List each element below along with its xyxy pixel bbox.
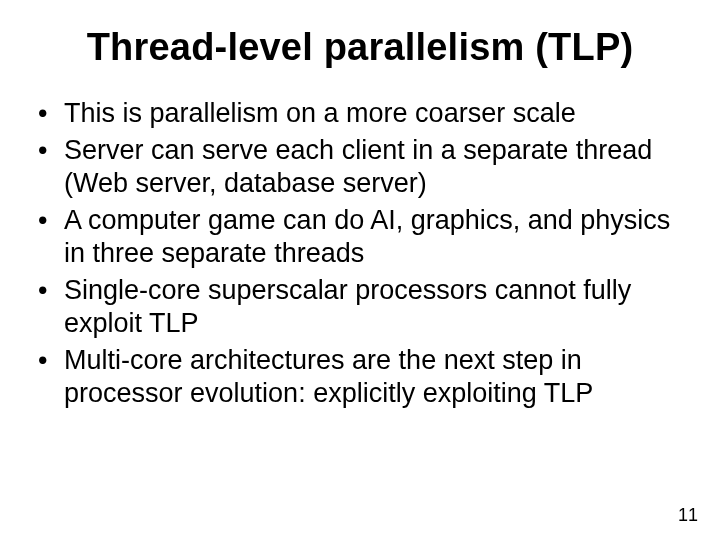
list-item: Single-core superscalar processors canno… xyxy=(38,274,690,340)
slide: Thread-level parallelism (TLP) This is p… xyxy=(0,0,720,540)
page-number: 11 xyxy=(678,505,698,526)
list-item: Multi-core architectures are the next st… xyxy=(38,344,690,410)
bullet-list: This is parallelism on a more coarser sc… xyxy=(30,97,690,409)
list-item: Server can serve each client in a separa… xyxy=(38,134,690,200)
slide-title: Thread-level parallelism (TLP) xyxy=(30,26,690,69)
list-item: This is parallelism on a more coarser sc… xyxy=(38,97,690,130)
list-item: A computer game can do AI, graphics, and… xyxy=(38,204,690,270)
